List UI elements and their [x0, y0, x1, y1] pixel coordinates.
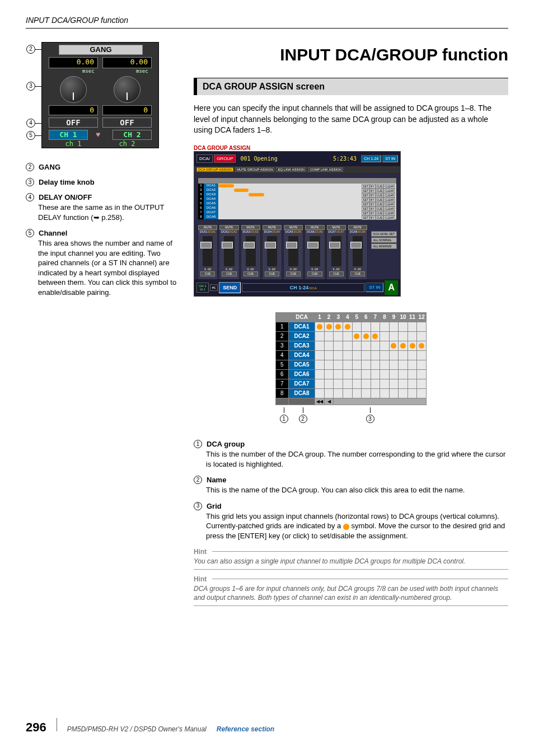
- hint-body-2: DCA groups 1–6 are for input channels on…: [194, 584, 508, 606]
- heart-icon[interactable]: ♥: [96, 130, 106, 140]
- ss-stin[interactable]: ST IN: [366, 283, 383, 292]
- r-item-title-name: Name: [207, 476, 226, 484]
- ss-bottom-bar: CH 1ch 1 #1 SEND CH 1-24 DCA ST IN A: [194, 279, 400, 296]
- item-title-delay-onoff: DELAY ON/OFF: [39, 193, 92, 201]
- callout-3: 3: [26, 82, 35, 91]
- orange-dot-icon: [343, 524, 349, 530]
- item-num-2: 2: [26, 163, 34, 171]
- left-item-list: 2 GANG 3 Delay time knob 4 DELAY ON/OFF: [26, 163, 177, 297]
- item-title-gang: GANG: [39, 163, 60, 171]
- ss-func-eq-link[interactable]: EQ LINK ASSIGN: [276, 167, 306, 172]
- footer-section: Reference section: [217, 725, 274, 733]
- ss-meter-stin[interactable]: ST IN: [382, 155, 398, 162]
- page-number: 296: [26, 720, 46, 735]
- ss-scene: 001 Opening: [240, 156, 277, 162]
- callout-5: 5: [26, 131, 35, 140]
- msec-ch1: msec: [82, 68, 95, 74]
- page-title: INPUT DCA/GROUP function: [194, 45, 508, 64]
- r-item-title-dca-group: DCA group: [207, 440, 245, 448]
- hint-label-1: Hint: [194, 548, 207, 556]
- ss-func-dca-assign[interactable]: DCA GROUP ASSIGN: [196, 167, 233, 172]
- item-title-delay-knob: Delay time knob: [39, 178, 95, 186]
- section-intro: Here you can specify the input channels …: [194, 103, 508, 136]
- ss-fader-7[interactable]: MUTEDCA7 DCA70.00CUE: [326, 224, 346, 280]
- ss-chlabel: CH 1-24 DCA: [242, 283, 364, 292]
- ss-time: 5:23:43: [333, 156, 357, 162]
- dca-table-wrap: DCA1234567891011121DCA12DCA23DCA34DCA45D…: [275, 312, 427, 424]
- ss-grid: 1DCA1 2DCA2 3DCA3 4DCA4 5DCA5 6DCA6 7DCA…: [198, 177, 397, 220]
- r-item-num-1: 1: [194, 440, 202, 448]
- item-num-5: 5: [26, 229, 34, 237]
- ss-btn-allnominal[interactable]: ALL NOMINAL: [371, 237, 397, 243]
- r-item-body-name: This is the name of the DCA group. You c…: [194, 485, 508, 495]
- dca-assign-table[interactable]: DCA1234567891011121DCA12DCA23DCA34DCA45D…: [275, 312, 427, 405]
- hint-1: Hint You can also assign a single input …: [194, 548, 508, 570]
- knob-value-ch1: 0: [49, 105, 98, 115]
- r-item-num-3: 3: [194, 502, 202, 510]
- ss-header: DCA/ GROUP 001 Opening 5:23:43 CH 1-24 S…: [194, 152, 400, 166]
- delay-figure: 2 3 4 5 GANG 0.00 0.00 msec msec 0 0 OFF…: [41, 42, 159, 148]
- delay-off-ch2[interactable]: OFF: [102, 118, 152, 128]
- channel-button-ch1[interactable]: CH 1: [49, 130, 88, 140]
- channel-name-ch2: ch 2: [102, 140, 152, 149]
- delay-off-ch1[interactable]: OFF: [49, 118, 98, 128]
- item-body-channel: This area shows the number and name of t…: [26, 238, 177, 297]
- hint-label-2: Hint: [194, 575, 207, 583]
- ss-send-button[interactable]: SEND: [219, 282, 241, 293]
- ss-fader-6[interactable]: MUTEDCA6 DCA60.00CUE: [305, 224, 325, 280]
- ss-meter-ch[interactable]: CH 1-24: [361, 155, 381, 162]
- item-num-4: 4: [26, 193, 34, 201]
- hint-body-1: You can also assign a single input chann…: [194, 557, 508, 570]
- ss-tab-dca[interactable]: DCA/: [196, 154, 213, 163]
- screenshot-main: DCA/ GROUP 001 Opening 5:23:43 CH 1-24 S…: [194, 151, 401, 297]
- msec-ch2: msec: [136, 68, 148, 74]
- ss-machine: #1: [210, 284, 218, 291]
- callout-4: 4: [26, 119, 35, 128]
- ss-side-buttons: DCA LEVEL SET ALL NOMINAL ALL MINIMUM: [371, 231, 397, 249]
- ss-tab-group[interactable]: GROUP: [214, 154, 236, 163]
- r-item-num-2: 2: [194, 476, 202, 484]
- item-num-3: 3: [26, 178, 34, 186]
- running-header: INPUT DCA/GROUP function: [26, 16, 508, 29]
- r-item-body-grid: This grid lets you assign input channels…: [194, 511, 508, 541]
- delay-value-ch1: 0.00: [49, 57, 98, 68]
- ss-selected-ch: CH 1ch 1: [196, 283, 209, 293]
- delay-knob-ch1[interactable]: [60, 76, 87, 103]
- channel-name-ch1: ch 1: [49, 140, 98, 149]
- ss-btn-allminimum[interactable]: ALL MINIMUM: [371, 243, 397, 249]
- ss-a-button[interactable]: A: [385, 280, 398, 295]
- ss-fader-4[interactable]: MUTEDCA4 DCA40.00CUE: [262, 224, 282, 280]
- item-title-channel: Channel: [39, 229, 67, 237]
- section-title: DCA GROUP ASSIGN screen: [194, 78, 508, 95]
- ss-faders: MUTEDCA1 DCA10.00CUEMUTEDCA2 DCA20.00CUE…: [194, 224, 400, 280]
- delay-value-ch2: 0.00: [102, 57, 152, 68]
- ss-btn-dcalevelset[interactable]: DCA LEVEL SET: [371, 231, 397, 237]
- right-item-list: 1 DCA group This is the number of the DC…: [194, 440, 508, 541]
- right-column: INPUT DCA/GROUP function DCA GROUP ASSIG…: [194, 42, 508, 612]
- screenshot-caption: DCA GROUP ASSIGN: [194, 145, 508, 151]
- left-column: 2 3 4 5 GANG 0.00 0.00 msec msec 0 0 OFF…: [26, 42, 177, 612]
- ss-fader-1[interactable]: MUTEDCA1 DCA10.00CUE: [198, 224, 218, 280]
- table-callout-2: 2: [299, 415, 307, 423]
- table-callout-1: 1: [280, 415, 288, 423]
- page-footer: 296 PM5D/PM5D-RH V2 / DSP5D Owner's Manu…: [26, 718, 508, 735]
- delay-knob-ch2[interactable]: [114, 76, 140, 103]
- footer-manual: PM5D/PM5D-RH V2 / DSP5D Owner's Manual: [67, 725, 207, 733]
- hint-2: Hint DCA groups 1–6 are for input channe…: [194, 575, 508, 606]
- callout-2: 2: [26, 45, 35, 54]
- table-callout-3: 3: [366, 415, 374, 423]
- gang-button[interactable]: GANG: [59, 45, 143, 55]
- r-item-body-dca-group: This is the number of the DCA group. The…: [194, 449, 508, 469]
- ss-fader-2[interactable]: MUTEDCA2 DCA20.00CUE: [219, 224, 239, 280]
- ss-grid-buttons: SETBYCUECLEAR SETBYCUECLEAR SETBYCUECLEA…: [362, 184, 395, 220]
- ss-fader-5[interactable]: MUTEDCA5 DCA50.00CUE: [283, 224, 303, 280]
- ss-funcbar: DCA GROUP ASSIGN MUTE GROUP ASSIGN EQ LI…: [194, 166, 400, 173]
- knob-value-ch2: 0: [102, 105, 152, 115]
- ss-fader-8[interactable]: MUTEDCA8 DCA80.00CUE: [348, 224, 368, 280]
- item-body-delay-onoff: These are the same as in the OUTPUT DELA…: [26, 203, 177, 222]
- ss-func-comp-link[interactable]: COMP LINK ASSIGN: [308, 167, 343, 172]
- channel-button-ch2[interactable]: CH 2: [113, 130, 152, 140]
- ss-fader-3[interactable]: MUTEDCA3 DCA30.00CUE: [241, 224, 261, 280]
- r-item-title-grid: Grid: [207, 502, 222, 510]
- ss-func-mute-assign[interactable]: MUTE GROUP ASSIGN: [235, 167, 275, 172]
